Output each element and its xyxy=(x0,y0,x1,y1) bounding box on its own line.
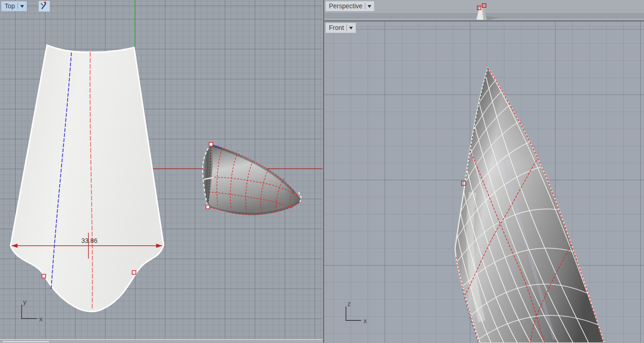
control-point[interactable] xyxy=(206,205,210,209)
perspective-viewport[interactable]: Perspective xyxy=(324,0,644,20)
perspective-viewport-title[interactable]: Perspective xyxy=(325,1,375,12)
control-point[interactable] xyxy=(209,142,213,146)
top-viewport[interactable]: 33.86 xyxy=(0,0,322,343)
control-point[interactable] xyxy=(42,274,46,278)
rhino-workspace: 33.86 xyxy=(0,0,644,343)
front-view-axis-indicator: z x xyxy=(346,300,367,325)
top-viewport-title-label: Top xyxy=(5,2,15,10)
title-separator xyxy=(346,24,347,31)
axis-label-y: y xyxy=(23,298,27,306)
axis-label-z: z xyxy=(347,300,351,308)
title-separator xyxy=(18,3,18,9)
top-viewport-canvas: 33.86 xyxy=(0,0,322,339)
axis-label-x: x xyxy=(39,315,43,323)
flat-surface-outline[interactable] xyxy=(11,45,164,312)
claw-surface[interactable] xyxy=(203,142,304,217)
viewport-menu-arrow-icon[interactable] xyxy=(349,27,353,30)
axis-label-x: x xyxy=(363,317,367,325)
control-point[interactable] xyxy=(462,181,466,185)
dimension-value: 33.86 xyxy=(81,237,97,244)
top-viewport-title[interactable]: Top xyxy=(1,1,27,12)
perspective-object[interactable] xyxy=(475,4,500,20)
front-canvas: z x xyxy=(324,22,644,343)
title-separator xyxy=(365,3,365,9)
top-view-axis-indicator: y x xyxy=(22,298,43,323)
control-point[interactable] xyxy=(132,271,136,274)
view-tool-button[interactable] xyxy=(39,1,50,12)
flat-surface[interactable] xyxy=(11,45,164,312)
scrollbar-thumb[interactable] xyxy=(2,340,50,343)
right-column: Perspective xyxy=(324,0,644,343)
front-viewport-title-label: Front xyxy=(329,24,344,31)
fin-surface[interactable] xyxy=(455,68,604,343)
front-viewport-title[interactable]: Front xyxy=(325,23,356,33)
rotate-view-icon xyxy=(39,1,48,10)
viewport-menu-arrow-icon[interactable] xyxy=(20,5,24,8)
front-viewport[interactable]: z x Front xyxy=(324,22,644,343)
horizontal-scrollbar[interactable] xyxy=(0,339,322,343)
viewport-menu-arrow-icon[interactable] xyxy=(368,5,371,8)
perspective-viewport-title-label: Perspective xyxy=(329,2,363,10)
